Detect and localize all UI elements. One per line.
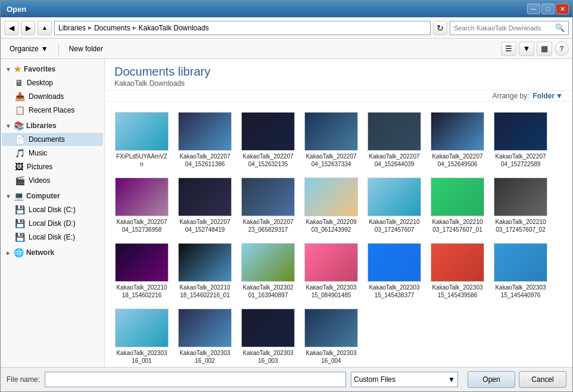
- sidebar-documents-label: Documents: [29, 135, 65, 144]
- sidebar-item-documents[interactable]: 📄 Documents: [2, 133, 103, 146]
- sidebar-drive-d-label: Local Disk (D:): [29, 219, 76, 228]
- view-button[interactable]: ☰: [501, 42, 516, 56]
- file-name: KakaoTalk_20230315_145440976: [494, 284, 547, 299]
- up-button[interactable]: ▲: [38, 21, 52, 35]
- path-kakaotalk[interactable]: KakaoTalk Downloads: [139, 24, 209, 32]
- minimize-button[interactable]: ─: [527, 4, 540, 14]
- sidebar-item-drive-e[interactable]: 💾 Local Disk (E:): [2, 231, 103, 244]
- file-thumbnail: [368, 243, 421, 282]
- back-button[interactable]: ◀: [4, 21, 18, 35]
- sidebar-item-desktop[interactable]: 🖥 Desktop: [2, 76, 103, 89]
- favorites-section: ▼ ★ Favorites 🖥 Desktop 📥 Downloads 📋 Re…: [1, 63, 104, 117]
- search-input[interactable]: [454, 24, 553, 32]
- file-name: KakaoTalk_20220903_061243992: [304, 218, 358, 234]
- file-item[interactable]: KakaoTalk_20230316_002: [175, 306, 235, 367]
- sidebar-item-drive-c[interactable]: 💾 Local Disk (C:): [2, 203, 103, 216]
- filetype-select[interactable]: Custom Files ▼: [351, 372, 458, 387]
- file-thumbnail: [304, 243, 358, 282]
- file-name: KakaoTalk_20221018_154602216: [115, 284, 169, 299]
- file-item[interactable]: KakaoTalk_20221003_172457607_01: [428, 175, 487, 237]
- address-bar: ◀ ▶ ▲ Libraries ► Documents ► KakaoTalk …: [1, 17, 572, 39]
- organize-label: Organize: [10, 45, 39, 53]
- documents-icon: 📄: [15, 135, 25, 144]
- pane-button[interactable]: ▦: [537, 42, 552, 56]
- file-name: KakaoTalk_20220704_152748419: [178, 218, 232, 234]
- file-thumbnail: [241, 112, 295, 151]
- drive-c-icon: 💾: [15, 205, 25, 214]
- file-item[interactable]: KakaoTalk_20220704_152722589: [491, 109, 550, 171]
- file-thumbnail: [431, 112, 484, 151]
- file-item[interactable]: KakaoTalk_20220723_065829317: [238, 175, 298, 237]
- sidebar-pictures-label: Pictures: [27, 163, 52, 171]
- close-button[interactable]: ✕: [556, 4, 569, 14]
- file-item[interactable]: KakaoTalk_20220704_152649506: [428, 109, 487, 171]
- view-arrow-button[interactable]: ▼: [519, 42, 534, 56]
- file-thumbnail: [115, 243, 169, 282]
- file-item[interactable]: KakaoTalk_20220903_061243992: [301, 175, 361, 237]
- file-name: KakaoTalk_20220704_152644039: [368, 153, 421, 168]
- file-item[interactable]: FXiPLd5UYAAmVZn: [112, 109, 172, 171]
- address-path[interactable]: Libraries ► Documents ► KakaoTalk Downlo…: [54, 21, 431, 35]
- sidebar-item-pictures[interactable]: 🖼 Pictures: [2, 160, 103, 173]
- file-item[interactable]: KakaoTalk_20230315_084901485: [301, 240, 361, 302]
- file-name: KakaoTalk_20230315_145439586: [431, 284, 484, 299]
- file-thumbnail: [178, 178, 232, 216]
- open-dialog: Open ─ □ ✕ ◀ ▶ ▲ Libraries ► Documents ►…: [0, 0, 573, 392]
- file-name: KakaoTalk_20230316_004: [304, 349, 358, 365]
- toolbar-separator: [58, 43, 59, 55]
- file-name: KakaoTalk_20220704_152632135: [241, 153, 295, 168]
- file-item[interactable]: KakaoTalk_20230315_145438377: [365, 240, 424, 302]
- file-item[interactable]: KakaoTalk_20230316_004: [301, 306, 361, 367]
- organize-button[interactable]: Organize ▼: [4, 41, 54, 57]
- toolbar: Organize ▼ New folder ☰ ▼ ▦ ?: [1, 39, 572, 59]
- network-header[interactable]: ► 🌐 Network: [1, 246, 104, 259]
- sidebar-item-drive-d[interactable]: 💾 Local Disk (D:): [2, 217, 103, 230]
- arrange-value: Folder: [532, 92, 555, 100]
- new-folder-button[interactable]: New folder: [64, 41, 108, 57]
- file-item[interactable]: KakaoTalk_20220704_152748419: [175, 175, 235, 237]
- file-item[interactable]: KakaoTalk_20230315_145439586: [428, 240, 487, 302]
- file-item[interactable]: KakaoTalk_20221018_154602216: [112, 240, 172, 302]
- arrange-bar: Arrange by: Folder ▼: [105, 91, 572, 102]
- open-button[interactable]: Open: [468, 371, 515, 388]
- file-item[interactable]: KakaoTalk_20221003_172457607: [365, 175, 424, 237]
- file-item[interactable]: KakaoTalk_20230201_163940897: [238, 240, 298, 302]
- file-item[interactable]: KakaoTalk_20230316_001: [112, 306, 172, 367]
- file-item[interactable]: KakaoTalk_20220704_152611386: [175, 109, 235, 171]
- file-thumbnail: [368, 112, 421, 151]
- search-box[interactable]: 🔍: [450, 21, 569, 35]
- file-item[interactable]: KakaoTalk_20230315_145440976: [491, 240, 550, 302]
- forward-button[interactable]: ▶: [21, 21, 35, 35]
- favorites-header[interactable]: ▼ ★ Favorites: [1, 63, 104, 76]
- file-thumbnail: [304, 112, 358, 151]
- organize-arrow: ▼: [41, 45, 48, 53]
- libraries-header[interactable]: ▼ 📚 Libraries: [1, 119, 104, 132]
- maximize-button[interactable]: □: [541, 4, 555, 14]
- sidebar-item-music[interactable]: 🎵 Music: [2, 147, 103, 160]
- arrange-label: Arrange by:: [492, 92, 529, 100]
- network-arrow: ►: [5, 250, 11, 256]
- arrange-dropdown[interactable]: Folder ▼: [532, 92, 563, 100]
- sidebar-item-videos[interactable]: 🎬 Videos: [2, 174, 103, 187]
- main-content: ▼ ★ Favorites 🖥 Desktop 📥 Downloads 📋 Re…: [1, 59, 572, 367]
- file-item[interactable]: KakaoTalk_20220704_152644039: [365, 109, 424, 171]
- sidebar-item-recent[interactable]: 📋 Recent Places: [2, 104, 103, 117]
- path-documents[interactable]: Documents: [94, 24, 130, 32]
- sidebar-item-downloads[interactable]: 📥 Downloads: [2, 90, 103, 103]
- file-item[interactable]: KakaoTalk_20220704_152637334: [301, 109, 361, 171]
- refresh-button[interactable]: ↻: [433, 21, 447, 35]
- computer-header[interactable]: ▼ 💻 Computer: [1, 189, 104, 203]
- cancel-button[interactable]: Cancel: [519, 371, 566, 388]
- path-libraries[interactable]: Libraries: [58, 24, 86, 32]
- file-item[interactable]: KakaoTalk_20220704_152632135: [238, 109, 298, 171]
- filename-input[interactable]: [45, 372, 346, 387]
- file-item[interactable]: KakaoTalk_20220704_152736958: [112, 175, 172, 237]
- file-thumbnail: [494, 112, 547, 151]
- filetype-value: Custom Files: [354, 375, 396, 384]
- help-button[interactable]: ?: [555, 42, 569, 56]
- file-item[interactable]: KakaoTalk_20221018_154602216_01: [175, 240, 235, 302]
- file-thumbnail: [178, 112, 232, 151]
- file-item[interactable]: KakaoTalk_20230316_003: [238, 306, 298, 367]
- file-item[interactable]: KakaoTalk_20221003_172457607_02: [491, 175, 550, 237]
- computer-label: Computer: [26, 192, 60, 200]
